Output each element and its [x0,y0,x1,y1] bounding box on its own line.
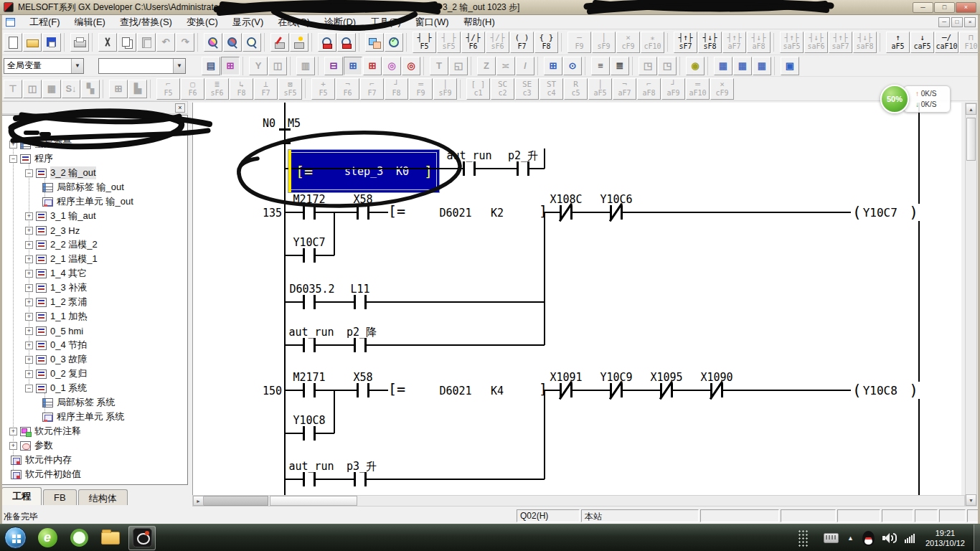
F7-button[interactable]: ⊥F7 [254,78,278,100]
F5-button[interactable]: +F5 [311,78,335,100]
taskbar-security[interactable] [65,526,93,550]
F6-button[interactable]: ┤/├F6 [461,32,485,53]
tree-item[interactable]: 软元件内存 [2,453,187,467]
horizontal-scrollbar[interactable]: ► [192,495,965,507]
tree-item[interactable]: +1_2 泵浦 [2,295,187,309]
jump-window-button[interactable]: ◳ [639,57,657,75]
paste-button[interactable] [137,33,156,52]
tree-item[interactable]: +0_5 hmi [2,324,187,338]
tree-new-button[interactable]: ⊞ [344,57,362,75]
tree-expander[interactable]: + [25,356,33,364]
F6-button[interactable]: ¬F6 [336,78,359,100]
copy-button[interactable] [118,33,136,52]
tree-expander[interactable]: − [25,169,33,177]
saF7-button[interactable]: ┤↑├saF7 [829,32,852,53]
aF8-button[interactable]: ⌐aF8 [637,78,661,100]
open-project-button[interactable] [23,33,42,52]
c5-button[interactable]: Rc5 [564,78,588,100]
save-project-button[interactable] [42,33,61,52]
undo-button[interactable]: ↶ [156,33,175,52]
tree-item[interactable]: 局部标签 输_out [2,180,187,194]
mdi-restore-button[interactable]: □ [951,17,963,27]
tree-item[interactable]: +1_4 其它 [2,266,187,281]
monitor-panel-button[interactable]: ▣ [781,57,799,75]
saF8-button[interactable]: ┤↓├saF8 [853,32,877,53]
aF8-button[interactable]: ┤↓├aF8 [747,32,771,53]
c4-button[interactable]: STc4 [540,78,563,100]
menu-诊断(D)[interactable]: 诊断(D) [317,14,363,30]
F5-button[interactable]: ⌐F5 [156,78,180,100]
tree-expander[interactable]: + [9,141,17,149]
tab-结构体[interactable]: 结构体 [78,489,128,505]
program-check-button[interactable] [385,33,403,52]
tray-expand-icon[interactable]: ▲ [847,534,854,542]
menu-工具(T)[interactable]: 工具(T) [363,14,408,30]
caF5-button[interactable]: ↓caF5 [910,32,934,53]
caF10-button[interactable]: ─/caF10 [935,32,958,53]
window-edit-button[interactable]: ◫ [268,57,287,75]
tree-item[interactable]: +全局变量 [2,137,187,151]
tree-item[interactable]: 程序主单元 输_out [2,194,187,209]
taskbar-explorer[interactable] [97,526,124,550]
ladder-view-button[interactable]: ⊟ [324,57,343,75]
tree-item[interactable]: +参数 [2,438,187,453]
maximize-button[interactable]: □ [934,2,955,13]
F10-button[interactable]: ⊓F10 [959,32,980,53]
mdi-close-button[interactable]: × [964,17,976,27]
horizontal-scroll-thumb[interactable] [270,496,357,506]
close-button[interactable]: × [956,2,976,13]
tree-item[interactable]: +0_4 节拍 [2,338,187,352]
menu-在线(O)[interactable]: 在线(O) [270,14,317,30]
tree-expander[interactable]: − [9,155,17,163]
tree-expander[interactable]: + [25,327,33,335]
menu-帮助(H)[interactable]: 帮助(H) [456,14,502,30]
tree-item[interactable]: +2_1 温模_1 [2,252,187,266]
cF9-button[interactable]: ×cF9 [616,32,640,53]
close-icon[interactable]: × [175,103,185,113]
sF5-button[interactable]: ┤ ├sF5 [437,32,461,53]
find-string-button[interactable] [242,33,261,52]
find-device-button[interactable] [204,33,222,52]
menu-编辑(E)[interactable]: 编辑(E) [67,14,113,30]
variable-scope-combobox[interactable]: 全局变量▼ [4,58,84,74]
new-project-button[interactable] [4,33,22,52]
tree-item[interactable]: +0_2 复归 [2,367,187,381]
find-circle-button[interactable]: ◉ [686,57,705,75]
sF5-button[interactable]: ⊠sF5 [278,78,302,100]
vertical-scroll-thumb[interactable] [966,118,976,161]
device-test2-button[interactable]: ▦ [733,57,752,75]
cascade-windows-button[interactable]: ◫ [23,80,42,98]
sF8-button[interactable]: ┤↓├sF8 [698,32,722,53]
F8-button[interactable]: ↳F8 [230,78,253,100]
tree-expander[interactable]: + [9,428,17,435]
F8-button[interactable]: { }F8 [534,32,558,53]
error-list-button[interactable]: ▦ [42,80,61,98]
F8-button[interactable]: ┘F8 [385,78,408,100]
show-desktop-button[interactable] [974,524,980,551]
tree-item[interactable]: −0_1 系统 [2,381,187,395]
redo-button[interactable]: ↷ [176,33,194,52]
tree-item[interactable]: +1_3 补液 [2,281,187,295]
branch-view-button[interactable]: Y [249,57,268,75]
tree-expander[interactable]: + [25,370,33,378]
menu-窗口(W)[interactable]: 窗口(W) [408,14,456,30]
tree-expander[interactable]: + [25,241,33,249]
print-button[interactable] [70,33,89,52]
qq-icon[interactable] [862,531,875,546]
c3-button[interactable]: SEc3 [515,78,539,100]
chevron-down-icon[interactable]: ▼ [173,59,185,73]
chevron-down-icon[interactable]: ▼ [71,59,83,73]
sampling-trace-button[interactable]: ⊙ [563,57,582,75]
menu-工程(F)[interactable]: 工程(F) [22,14,67,30]
sF7-button[interactable]: ┤↑├sF7 [674,32,697,53]
vertical-scrollbar[interactable]: ▲ ▼ [965,103,977,507]
start-button[interactable] [4,527,27,549]
device-test1-button[interactable]: ▦ [714,57,732,75]
insert-row-button[interactable]: ⊤ [4,80,22,98]
tree-expander[interactable]: + [25,212,33,220]
volume-icon[interactable] [882,532,898,545]
net-speed-overlay[interactable]: ↑ 0K/S ↓ 0K/S 50% [880,84,952,116]
tree-item[interactable]: 软元件初始值 [2,467,187,481]
cF10-button[interactable]: ⁎cF10 [641,32,664,53]
list-view-button[interactable]: ▥ [296,57,315,75]
